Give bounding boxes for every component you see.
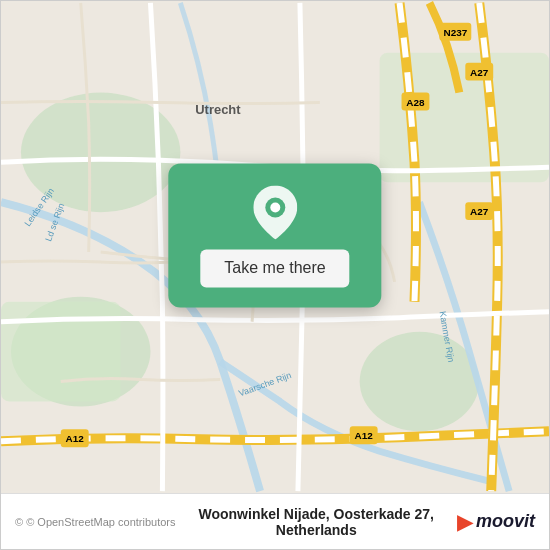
moovit-brand-text: moovit	[476, 511, 535, 532]
take-me-there-button[interactable]: Take me there	[200, 249, 349, 287]
svg-text:A27: A27	[470, 67, 489, 78]
moovit-arrow-icon: ▶	[457, 510, 472, 534]
svg-text:A12: A12	[355, 430, 374, 441]
map-attribution: © © OpenStreetMap contributors	[15, 516, 176, 528]
map-area: A12 A12 A27 A27 A28 N237 Utrecht Leidse …	[1, 1, 549, 493]
bottom-bar: © © OpenStreetMap contributors Woonwinke…	[1, 493, 549, 549]
svg-text:Utrecht: Utrecht	[195, 102, 241, 117]
location-pin-icon	[250, 187, 300, 237]
popup-card: Take me there	[168, 163, 381, 307]
moovit-logo: ▶ moovit	[457, 510, 535, 534]
svg-point-2	[360, 332, 480, 432]
app-container: A12 A12 A27 A27 A28 N237 Utrecht Leidse …	[0, 0, 550, 550]
svg-point-27	[270, 202, 280, 212]
copyright-symbol: ©	[15, 516, 23, 528]
svg-text:A12: A12	[66, 433, 85, 444]
location-info: Woonwinkel Nijade, Oosterkade 27, Nether…	[176, 506, 457, 538]
svg-text:A27: A27	[470, 206, 489, 217]
svg-text:A28: A28	[406, 97, 425, 108]
svg-text:N237: N237	[443, 27, 467, 38]
